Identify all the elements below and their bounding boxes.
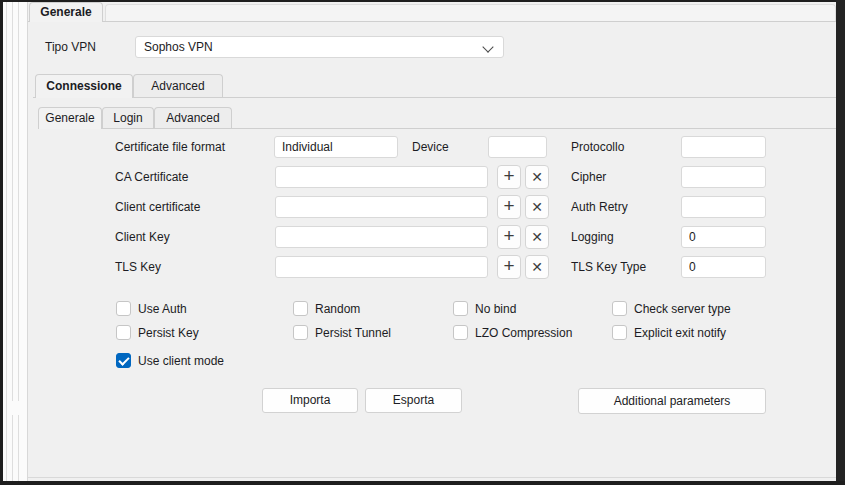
auth-retry-label: Auth Retry [571, 197, 628, 218]
checkbox-label: Explicit exit notify [634, 326, 726, 340]
subtab-strip-line [38, 128, 836, 129]
cipher-input[interactable] [681, 166, 766, 188]
panel-bottom-border [28, 477, 836, 478]
esporta-button-label: Esporta [393, 393, 434, 407]
ca-certificate-clear-button[interactable]: ✕ [525, 165, 549, 189]
ca-certificate-label: CA Certificate [115, 167, 188, 188]
checkbox-box [293, 301, 308, 316]
window-frame-top [0, 0, 845, 2]
additional-parameters-button-label: Additional parameters [614, 394, 731, 408]
window-frame-left [0, 0, 3, 485]
checkbox-label: LZO Compression [475, 326, 572, 340]
checkbox-label: Random [315, 302, 360, 316]
client-certificate-clear-button[interactable]: ✕ [525, 195, 549, 219]
protocollo-input[interactable] [681, 136, 766, 158]
clear-icon: ✕ [531, 169, 543, 185]
additional-parameters-button[interactable]: Additional parameters [578, 388, 766, 414]
checkbox-box-checked [116, 353, 131, 368]
checkbox-label: Use client mode [138, 354, 224, 368]
client-certificate-add-button[interactable]: + [497, 195, 521, 219]
connection-strip-line [33, 97, 836, 98]
checkbox-label: No bind [475, 302, 516, 316]
tab-advanced[interactable]: Advanced [133, 74, 223, 97]
left-splitter-gutter[interactable] [3, 2, 28, 481]
checkbox-box [116, 325, 131, 340]
cert-format-label: Certificate file format [115, 137, 225, 158]
device-input[interactable] [488, 136, 547, 158]
importa-button[interactable]: Importa [262, 388, 358, 413]
client-certificate-input[interactable] [275, 196, 488, 218]
plus-icon: + [503, 165, 514, 187]
tls-key-type-label: TLS Key Type [571, 257, 646, 278]
tab-strip-line [28, 21, 836, 22]
tab-connessione-label: Connessione [46, 79, 121, 93]
cipher-label: Cipher [571, 167, 606, 188]
checkbox-box [453, 325, 468, 340]
client-key-input[interactable] [275, 226, 488, 248]
clear-icon: ✕ [531, 259, 543, 275]
checkbox-explicit-exit-notify[interactable]: Explicit exit notify [612, 324, 726, 341]
checkbox-box [612, 301, 627, 316]
splitter-line [12, 415, 13, 481]
splitter-line [18, 2, 19, 401]
checkbox-label: Check server type [634, 302, 731, 316]
checkbox-no-bind[interactable]: No bind [453, 300, 516, 317]
subtab-generale-label: Generale [45, 111, 94, 125]
tab-strip-filler [105, 4, 836, 22]
checkbox-box [612, 325, 627, 340]
tab-generale-top[interactable]: Generale [29, 2, 103, 22]
checkbox-box [293, 325, 308, 340]
window-frame-bottom [0, 481, 845, 485]
tls-key-add-button[interactable]: + [497, 255, 521, 279]
subtab-login[interactable]: Login [102, 107, 154, 128]
splitter-line [6, 2, 7, 481]
checkbox-use-auth[interactable]: Use Auth [116, 300, 187, 317]
tls-key-label: TLS Key [115, 257, 161, 278]
subtab-generale[interactable]: Generale [38, 107, 102, 129]
checkbox-random[interactable]: Random [293, 300, 360, 317]
logging-input[interactable] [681, 226, 766, 248]
tab-generale-top-label: Generale [40, 5, 91, 19]
plus-icon: + [503, 255, 514, 277]
vpn-type-select[interactable]: Sophos VPN [135, 36, 504, 58]
checkbox-box [116, 301, 131, 316]
vpn-type-label: Tipo VPN [45, 37, 96, 58]
ca-certificate-add-button[interactable]: + [497, 165, 521, 189]
protocollo-label: Protocollo [571, 137, 624, 158]
esporta-button[interactable]: Esporta [365, 388, 462, 413]
checkbox-persist-key[interactable]: Persist Key [116, 324, 199, 341]
checkbox-label: Persist Key [138, 326, 199, 340]
checkbox-use-client-mode[interactable]: Use client mode [116, 352, 224, 369]
splitter-line [18, 415, 19, 481]
tab-connessione[interactable]: Connessione [35, 74, 133, 98]
auth-retry-input[interactable] [681, 196, 766, 218]
logging-label: Logging [571, 227, 614, 248]
plus-icon: + [503, 195, 514, 217]
importa-button-label: Importa [290, 393, 331, 407]
subtab-advanced-label: Advanced [166, 111, 219, 125]
vpn-settings-window: Generale Tipo VPN Sophos VPN Connessione… [0, 0, 845, 485]
window-frame-right [836, 0, 845, 485]
checkbox-box [453, 301, 468, 316]
client-key-clear-button[interactable]: ✕ [525, 225, 549, 249]
tls-key-clear-button[interactable]: ✕ [525, 255, 549, 279]
client-key-add-button[interactable]: + [497, 225, 521, 249]
plus-icon: + [503, 225, 514, 247]
clear-icon: ✕ [531, 199, 543, 215]
subtab-login-label: Login [113, 111, 142, 125]
splitter-line [12, 2, 13, 401]
tab-advanced-label: Advanced [151, 79, 204, 93]
checkbox-persist-tunnel[interactable]: Persist Tunnel [293, 324, 391, 341]
device-label: Device [412, 137, 449, 158]
cert-format-input[interactable] [274, 136, 398, 158]
checkbox-label: Persist Tunnel [315, 326, 391, 340]
ca-certificate-input[interactable] [275, 166, 488, 188]
tls-key-type-input[interactable] [681, 256, 766, 278]
checkbox-check-server-type[interactable]: Check server type [612, 300, 731, 317]
checkbox-lzo-compression[interactable]: LZO Compression [453, 324, 572, 341]
subtab-advanced[interactable]: Advanced [154, 107, 232, 128]
client-key-label: Client Key [115, 227, 170, 248]
vpn-type-value: Sophos VPN [144, 40, 213, 54]
tls-key-input[interactable] [275, 256, 488, 278]
client-certificate-label: Client certificate [115, 197, 200, 218]
